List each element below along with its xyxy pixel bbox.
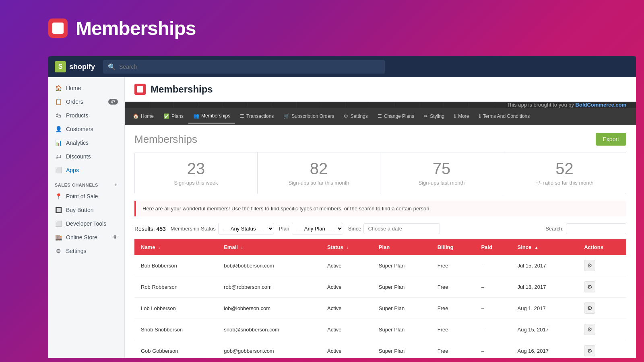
- stat-number-1: 82: [266, 160, 372, 177]
- memberships-heading: Memberships: [134, 133, 197, 146]
- sales-channels-section: SALES CHANNELS ＋: [48, 177, 124, 189]
- pos-icon: 📍: [55, 193, 62, 200]
- action-gear-button[interactable]: ⚙: [584, 281, 595, 292]
- tab-plans[interactable]: ✅ Plans: [159, 109, 188, 123]
- cell-status: Active: [321, 276, 372, 298]
- cell-billing: Free: [431, 298, 475, 319]
- cell-name: Lob Lobberson: [134, 298, 217, 319]
- tab-terms[interactable]: ℹ Terms And Conditions: [474, 109, 535, 123]
- sidebar-item-customers[interactable]: 👤 Customers: [48, 122, 124, 136]
- tab-settings[interactable]: ⚙ Settings: [339, 109, 372, 123]
- app-title: Memberships: [76, 17, 196, 39]
- sidebar-item-apps[interactable]: ⬜ Apps: [48, 163, 124, 177]
- shopify-bar: S shopify 🔍: [48, 56, 636, 77]
- cell-actions: ⚙: [578, 255, 626, 276]
- sidebar-settings-label: Settings: [66, 248, 87, 254]
- terms-tab-icon: ℹ: [479, 113, 481, 119]
- sort-icon-since[interactable]: ▲: [535, 245, 539, 250]
- cell-email: snob@snobberson.com: [217, 319, 321, 340]
- tab-subscription-orders[interactable]: 🛒 Subscription Orders: [279, 109, 339, 123]
- cell-name: Rob Robberson: [134, 276, 217, 298]
- member-search-input[interactable]: [566, 223, 626, 234]
- nav-tabs: 🏠 Home ✅ Plans 👥 Memberships ☰ Transacti…: [125, 108, 636, 125]
- search-input[interactable]: [119, 64, 380, 70]
- stat-number-2: 75: [388, 160, 495, 177]
- sidebar-item-online-store[interactable]: 🏬 Online Store 👁: [48, 230, 124, 244]
- cell-email: lob@lobberson.com: [217, 298, 321, 319]
- tab-memberships[interactable]: 👥 Memberships: [188, 109, 235, 123]
- status-filter-group: Membership Status — Any Status —ActiveIn…: [171, 223, 274, 234]
- tab-label: Memberships: [201, 113, 230, 119]
- app-logo: [48, 19, 68, 38]
- th-plan: Plan: [372, 239, 431, 255]
- cell-plan: Super Plan: [372, 255, 431, 276]
- sidebar-item-dev-tools[interactable]: ⬜ Developer Tools: [48, 217, 124, 230]
- cell-billing: Free: [431, 319, 475, 340]
- dev-tools-icon: ⬜: [55, 220, 62, 227]
- stat-card-3: 52 +/- ratio so far this month: [503, 152, 626, 194]
- main-container: S shopify 🔍 🏠 Home 📋 Orders 47 🛍 Product…: [48, 56, 636, 358]
- cell-paid: –: [475, 340, 511, 358]
- sidebar-item-label: Buy Button: [66, 207, 94, 213]
- table-header-row: Name ↕ Email ↕ Status ↕: [134, 239, 626, 255]
- action-gear-button[interactable]: ⚙: [584, 324, 595, 335]
- sidebar-item-label: Developer Tools: [66, 220, 106, 227]
- shopify-logo: S shopify: [55, 61, 95, 72]
- tab-label: Home: [141, 113, 154, 119]
- sub-orders-tab-icon: 🛒: [283, 113, 289, 119]
- sidebar-item-home[interactable]: 🏠 Home: [48, 81, 124, 95]
- sidebar-item-buy-button[interactable]: 🔲 Buy Button: [48, 203, 124, 217]
- th-name: Name ↕: [134, 239, 217, 255]
- since-filter-input[interactable]: [363, 223, 440, 234]
- sidebar-item-products[interactable]: 🛍 Products: [48, 109, 124, 122]
- table-row: Lob Lobberson lob@lobberson.com Active S…: [134, 298, 626, 319]
- discounts-icon: 🏷: [55, 153, 62, 160]
- cell-status: Active: [321, 340, 372, 358]
- since-filter-group: Since: [348, 223, 440, 234]
- sidebar-item-orders[interactable]: 📋 Orders 47: [48, 95, 124, 109]
- tab-styling[interactable]: ✏ Styling: [419, 109, 449, 123]
- action-gear-button[interactable]: ⚙: [584, 302, 595, 314]
- search-label: Search:: [545, 226, 564, 232]
- add-channel-icon[interactable]: ＋: [114, 182, 118, 188]
- cell-actions: ⚙: [578, 276, 626, 298]
- stat-label-3: +/- ratio so far this month: [511, 180, 618, 186]
- stat-card-1: 82 Sign-ups so far this month: [258, 152, 380, 194]
- sidebar-item-discounts[interactable]: 🏷 Discounts: [48, 150, 124, 163]
- page-title: Memberships: [151, 84, 213, 95]
- plan-filter-select[interactable]: — Any Plan —Super PlanBasic Plan: [292, 223, 343, 234]
- filters-row: Results: 453 Membership Status — Any Sta…: [134, 223, 626, 234]
- tab-home[interactable]: 🏠 Home: [128, 109, 159, 123]
- sort-icon-email[interactable]: ↕: [241, 245, 243, 250]
- since-filter-label: Since: [348, 226, 361, 232]
- cell-paid: –: [475, 319, 511, 340]
- sort-icon-name[interactable]: ↕: [158, 245, 160, 250]
- sidebar-item-pos[interactable]: 📍 Point of Sale: [48, 189, 124, 203]
- th-email: Email ↕: [217, 239, 321, 255]
- tab-more[interactable]: ℹ More: [449, 109, 474, 123]
- inner-content: Memberships Export 23 Sign-ups this week…: [125, 125, 636, 358]
- action-gear-button[interactable]: ⚙: [584, 345, 595, 356]
- export-button[interactable]: Export: [596, 133, 626, 146]
- online-store-eye-icon[interactable]: 👁: [112, 234, 118, 241]
- stat-number-0: 23: [143, 160, 249, 177]
- sidebar-item-analytics[interactable]: 📊 Analytics: [48, 136, 124, 150]
- tab-transactions[interactable]: ☰ Transactions: [235, 109, 279, 123]
- status-filter-select[interactable]: — Any Status —ActiveInactiveCancelled: [218, 223, 274, 234]
- cell-actions: ⚙: [578, 319, 626, 340]
- sidebar-item-label: Customers: [66, 126, 93, 132]
- members-table: Name ↕ Email ↕ Status ↕: [134, 239, 626, 358]
- tab-change-plans[interactable]: ☰ Change Plans: [373, 109, 419, 123]
- status-filter-label: Membership Status: [171, 226, 216, 232]
- sidebar-item-settings[interactable]: ⚙ Settings: [48, 244, 124, 258]
- promo-bar: This app is brought to you by BoldCommer…: [125, 102, 636, 108]
- cell-email: rob@robberson.com: [217, 276, 321, 298]
- table-row: Gob Gobberson gob@gobberson.com Active S…: [134, 340, 626, 358]
- action-gear-button[interactable]: ⚙: [584, 260, 595, 271]
- sort-icon-status[interactable]: ↕: [346, 245, 348, 250]
- results-label: Results: 453: [134, 226, 166, 232]
- promo-link[interactable]: BoldCommerce.com: [576, 102, 626, 108]
- tab-label: Terms And Conditions: [483, 113, 530, 119]
- search-icon: 🔍: [108, 63, 116, 71]
- cell-plan: Super Plan: [372, 340, 431, 358]
